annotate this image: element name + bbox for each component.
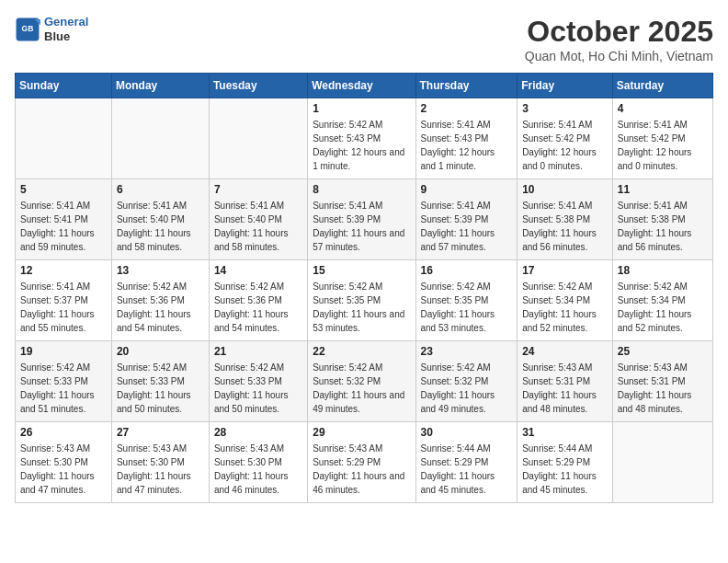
day-number: 3 <box>522 102 608 115</box>
day-number: 24 <box>522 345 608 358</box>
day-number: 8 <box>313 183 410 196</box>
day-cell: 3Sunrise: 5:41 AMSunset: 5:42 PMDaylight… <box>518 98 613 179</box>
day-number: 31 <box>522 426 608 439</box>
calendar-table: SundayMondayTuesdayWednesdayThursdayFrid… <box>15 73 713 503</box>
logo-line1: General <box>44 15 88 29</box>
day-number: 10 <box>522 183 608 196</box>
day-number: 25 <box>618 345 708 358</box>
day-number: 4 <box>618 102 708 115</box>
day-number: 7 <box>214 183 302 196</box>
day-info: Sunrise: 5:41 AMSunset: 5:38 PMDaylight:… <box>618 199 708 254</box>
day-number: 22 <box>313 345 410 358</box>
day-number: 28 <box>214 426 302 439</box>
day-cell: 19Sunrise: 5:42 AMSunset: 5:33 PMDayligh… <box>16 341 112 422</box>
day-info: Sunrise: 5:41 AMSunset: 5:40 PMDaylight:… <box>117 199 204 254</box>
day-info: Sunrise: 5:41 AMSunset: 5:38 PMDaylight:… <box>522 199 608 254</box>
month-title: October 2025 <box>525 15 713 49</box>
week-row-3: 12Sunrise: 5:41 AMSunset: 5:37 PMDayligh… <box>16 260 713 341</box>
day-number: 1 <box>313 102 410 115</box>
day-info: Sunrise: 5:43 AMSunset: 5:30 PMDaylight:… <box>214 442 302 497</box>
day-number: 18 <box>618 264 708 277</box>
col-header-saturday: Saturday <box>612 74 712 98</box>
day-cell: 22Sunrise: 5:42 AMSunset: 5:32 PMDayligh… <box>308 341 415 422</box>
week-row-1: 1Sunrise: 5:42 AMSunset: 5:43 PMDaylight… <box>16 98 713 179</box>
day-cell: 14Sunrise: 5:42 AMSunset: 5:36 PMDayligh… <box>209 260 307 341</box>
week-row-2: 5Sunrise: 5:41 AMSunset: 5:41 PMDaylight… <box>16 179 713 260</box>
day-cell <box>209 98 307 179</box>
day-cell: 21Sunrise: 5:42 AMSunset: 5:33 PMDayligh… <box>209 341 307 422</box>
day-info: Sunrise: 5:42 AMSunset: 5:36 PMDaylight:… <box>117 280 204 335</box>
day-info: Sunrise: 5:42 AMSunset: 5:34 PMDaylight:… <box>618 280 708 335</box>
day-info: Sunrise: 5:42 AMSunset: 5:33 PMDaylight:… <box>117 361 204 416</box>
calendar-header-row: SundayMondayTuesdayWednesdayThursdayFrid… <box>16 74 713 98</box>
day-info: Sunrise: 5:42 AMSunset: 5:43 PMDaylight:… <box>313 118 410 173</box>
day-info: Sunrise: 5:41 AMSunset: 5:42 PMDaylight:… <box>618 118 708 173</box>
day-cell: 23Sunrise: 5:42 AMSunset: 5:32 PMDayligh… <box>415 341 518 422</box>
day-number: 23 <box>421 345 513 358</box>
day-info: Sunrise: 5:42 AMSunset: 5:32 PMDaylight:… <box>313 361 410 416</box>
day-cell: 8Sunrise: 5:41 AMSunset: 5:39 PMDaylight… <box>308 179 415 260</box>
day-cell: 11Sunrise: 5:41 AMSunset: 5:38 PMDayligh… <box>612 179 712 260</box>
week-row-5: 26Sunrise: 5:43 AMSunset: 5:30 PMDayligh… <box>16 422 713 503</box>
day-cell <box>16 98 112 179</box>
day-cell: 28Sunrise: 5:43 AMSunset: 5:30 PMDayligh… <box>209 422 307 503</box>
day-info: Sunrise: 5:42 AMSunset: 5:35 PMDaylight:… <box>313 280 410 335</box>
day-cell: 27Sunrise: 5:43 AMSunset: 5:30 PMDayligh… <box>111 422 209 503</box>
day-cell: 31Sunrise: 5:44 AMSunset: 5:29 PMDayligh… <box>518 422 613 503</box>
day-cell: 6Sunrise: 5:41 AMSunset: 5:40 PMDaylight… <box>111 179 209 260</box>
col-header-monday: Monday <box>111 74 209 98</box>
logo-text: General Blue <box>44 15 88 43</box>
day-info: Sunrise: 5:41 AMSunset: 5:40 PMDaylight:… <box>214 199 302 254</box>
col-header-thursday: Thursday <box>415 74 518 98</box>
day-cell <box>111 98 209 179</box>
day-cell: 16Sunrise: 5:42 AMSunset: 5:35 PMDayligh… <box>415 260 518 341</box>
day-number: 27 <box>117 426 204 439</box>
day-cell: 13Sunrise: 5:42 AMSunset: 5:36 PMDayligh… <box>111 260 209 341</box>
day-cell: 10Sunrise: 5:41 AMSunset: 5:38 PMDayligh… <box>518 179 613 260</box>
logo: GB General Blue <box>15 15 88 43</box>
day-info: Sunrise: 5:41 AMSunset: 5:42 PMDaylight:… <box>522 118 608 173</box>
day-cell: 20Sunrise: 5:42 AMSunset: 5:33 PMDayligh… <box>111 341 209 422</box>
day-cell: 4Sunrise: 5:41 AMSunset: 5:42 PMDaylight… <box>612 98 712 179</box>
day-cell: 9Sunrise: 5:41 AMSunset: 5:39 PMDaylight… <box>415 179 518 260</box>
day-info: Sunrise: 5:41 AMSunset: 5:41 PMDaylight:… <box>20 199 107 254</box>
logo-icon: GB <box>15 17 40 42</box>
day-cell: 1Sunrise: 5:42 AMSunset: 5:43 PMDaylight… <box>308 98 415 179</box>
day-cell: 17Sunrise: 5:42 AMSunset: 5:34 PMDayligh… <box>518 260 613 341</box>
day-cell: 29Sunrise: 5:43 AMSunset: 5:29 PMDayligh… <box>308 422 415 503</box>
day-info: Sunrise: 5:41 AMSunset: 5:39 PMDaylight:… <box>313 199 410 254</box>
day-number: 14 <box>214 264 302 277</box>
col-header-sunday: Sunday <box>16 74 112 98</box>
day-info: Sunrise: 5:44 AMSunset: 5:29 PMDaylight:… <box>522 442 608 497</box>
day-info: Sunrise: 5:42 AMSunset: 5:32 PMDaylight:… <box>421 361 513 416</box>
day-cell: 15Sunrise: 5:42 AMSunset: 5:35 PMDayligh… <box>308 260 415 341</box>
day-cell: 24Sunrise: 5:43 AMSunset: 5:31 PMDayligh… <box>518 341 613 422</box>
day-cell: 30Sunrise: 5:44 AMSunset: 5:29 PMDayligh… <box>415 422 518 503</box>
day-number: 26 <box>20 426 107 439</box>
day-number: 2 <box>421 102 513 115</box>
col-header-tuesday: Tuesday <box>209 74 307 98</box>
day-number: 11 <box>618 183 708 196</box>
day-info: Sunrise: 5:42 AMSunset: 5:33 PMDaylight:… <box>214 361 302 416</box>
day-info: Sunrise: 5:42 AMSunset: 5:33 PMDaylight:… <box>20 361 107 416</box>
day-info: Sunrise: 5:42 AMSunset: 5:34 PMDaylight:… <box>522 280 608 335</box>
svg-text:GB: GB <box>22 23 34 32</box>
col-header-friday: Friday <box>518 74 613 98</box>
logo-line2: Blue <box>44 29 88 44</box>
day-info: Sunrise: 5:43 AMSunset: 5:29 PMDaylight:… <box>313 442 410 497</box>
day-number: 19 <box>20 345 107 358</box>
day-cell: 7Sunrise: 5:41 AMSunset: 5:40 PMDaylight… <box>209 179 307 260</box>
day-number: 13 <box>117 264 204 277</box>
page-header: GB General Blue October 2025 Quan Mot, H… <box>15 15 713 63</box>
day-number: 20 <box>117 345 204 358</box>
day-info: Sunrise: 5:43 AMSunset: 5:31 PMDaylight:… <box>618 361 708 416</box>
day-info: Sunrise: 5:43 AMSunset: 5:31 PMDaylight:… <box>522 361 608 416</box>
day-number: 9 <box>421 183 513 196</box>
day-number: 21 <box>214 345 302 358</box>
day-number: 5 <box>20 183 107 196</box>
day-number: 17 <box>522 264 608 277</box>
day-cell: 25Sunrise: 5:43 AMSunset: 5:31 PMDayligh… <box>612 341 712 422</box>
day-number: 29 <box>313 426 410 439</box>
day-number: 6 <box>117 183 204 196</box>
day-cell: 2Sunrise: 5:41 AMSunset: 5:43 PMDaylight… <box>415 98 518 179</box>
